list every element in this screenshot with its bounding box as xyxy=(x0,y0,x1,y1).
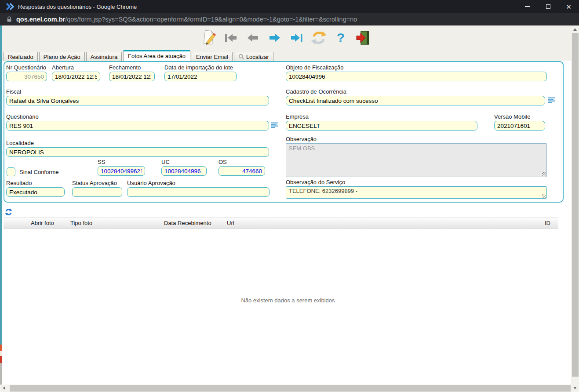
refresh-button[interactable] xyxy=(311,29,327,47)
previous-record-button[interactable] xyxy=(245,29,261,47)
empresa-label: Empresa xyxy=(286,113,477,120)
grid-refresh-icon xyxy=(5,208,12,216)
cadastro-ocorrencia-field[interactable] xyxy=(286,96,545,105)
localidade-field[interactable] xyxy=(6,147,269,157)
localidade-label: Localidade xyxy=(6,140,269,146)
questionnaire-form-panel: Nr Questionário Abertura Fechamento Data… xyxy=(4,61,564,203)
tab-label: Realizado xyxy=(8,54,33,60)
data-importacao-field[interactable] xyxy=(164,72,237,81)
observacao-field[interactable]: SEM OBS xyxy=(286,143,547,177)
next-record-icon xyxy=(269,33,280,42)
observacao-servico-label: Observação do Serviço xyxy=(286,179,547,185)
resultado-label: Resultado xyxy=(6,180,65,186)
photos-table-header: Abrir foto Tipo foto Data Recebimento Ur… xyxy=(4,218,558,229)
tab-label: Plano de Ação xyxy=(44,54,80,60)
last-record-icon xyxy=(291,33,303,42)
questionario-label: Questionário xyxy=(6,113,269,120)
first-record-button[interactable] xyxy=(223,29,239,47)
edit-record-button[interactable] xyxy=(201,29,217,47)
tab-label: Enviar Email xyxy=(196,54,228,60)
os-label: OS xyxy=(218,159,265,165)
nr-questionario-field[interactable] xyxy=(6,72,47,81)
tab-realizado[interactable]: Realizado xyxy=(4,52,38,61)
objeto-fiscalizacao-field[interactable] xyxy=(286,72,547,81)
abertura-field[interactable] xyxy=(52,72,100,81)
fechamento-field[interactable] xyxy=(109,72,155,81)
status-aprovacao-label: Status Aprovação xyxy=(72,180,122,186)
background-edge-segment xyxy=(0,345,2,351)
background-edge-segment xyxy=(0,356,2,363)
observacao-servico-field[interactable]: TELEFONE: 6232699899 - xyxy=(286,186,547,199)
page-content: ? Realizado Plano de Ação Assinatura Fot… xyxy=(0,25,579,392)
tab-label: Assinatura xyxy=(91,54,117,60)
tab-plano-de-acao[interactable]: Plano de Ação xyxy=(39,52,85,61)
ss-label: SS xyxy=(98,159,145,165)
column-header-data-recebimento[interactable]: Data Recebimento xyxy=(164,220,211,226)
record-toolbar: ? xyxy=(0,29,572,47)
grid-refresh-button[interactable] xyxy=(5,208,12,218)
tab-fotos-area-de-atuacao[interactable]: Fotos Area de atuação xyxy=(123,50,190,61)
questionario-field[interactable] xyxy=(6,121,269,131)
status-aprovacao-field[interactable] xyxy=(72,187,122,197)
data-importacao-label: Data de importação do lote xyxy=(164,64,237,71)
versao-mobile-label: Versão Mobile xyxy=(494,113,545,120)
horizontal-scrollbar-thumb[interactable] xyxy=(10,385,571,392)
address-bar[interactable]: qos.enel.com.br/qos/form.jsp?sys=SQS&act… xyxy=(0,13,579,25)
maximize-icon xyxy=(546,4,550,9)
tab-label: Localizar xyxy=(246,54,269,60)
exit-button[interactable] xyxy=(355,29,371,47)
fechamento-label: Fechamento xyxy=(109,64,155,71)
column-header-url[interactable]: Url xyxy=(227,220,234,226)
empty-table-message: Não existem dados a serem exibidos xyxy=(0,297,576,304)
column-header-id[interactable]: ID xyxy=(545,220,550,226)
tab-assinatura[interactable]: Assinatura xyxy=(86,52,122,61)
exit-door-icon xyxy=(355,30,370,45)
edit-document-icon xyxy=(201,29,216,46)
tab-localizar[interactable]: Localizar xyxy=(234,52,273,61)
background-edge-segment xyxy=(0,351,2,356)
empresa-field[interactable] xyxy=(286,121,477,131)
url-domain: qos.enel.com.br xyxy=(16,16,65,23)
help-button[interactable]: ? xyxy=(333,29,349,47)
uc-field[interactable] xyxy=(161,166,207,176)
maximize-button[interactable] xyxy=(538,0,558,13)
sinal-conforme-label: Sinal Conforme xyxy=(19,169,59,175)
lock-icon[interactable] xyxy=(7,16,12,22)
abertura-label: Abertura xyxy=(52,64,100,71)
observacao-label: Observação xyxy=(286,136,547,142)
vertical-scrollbar-thumb[interactable] xyxy=(572,33,579,377)
ss-field[interactable] xyxy=(98,166,145,176)
cadastro-ocorrencia-lookup-icon[interactable] xyxy=(548,97,556,105)
column-header-tipo-foto[interactable]: Tipo foto xyxy=(70,220,92,226)
tab-bar: Realizado Plano de Ação Assinatura Fotos… xyxy=(4,50,275,61)
url-path: /qos/form.jsp?sys=SQS&action=openform&fo… xyxy=(65,16,357,23)
nr-questionario-label: Nr Questionário xyxy=(6,64,47,71)
close-icon: ✕ xyxy=(566,4,572,10)
cadastro-ocorrencia-label: Cadastro de Ocorrência xyxy=(286,88,545,95)
resultado-field[interactable] xyxy=(6,187,65,197)
background-window-edge xyxy=(0,25,2,392)
usuario-aprovacao-field[interactable] xyxy=(127,187,269,197)
first-record-icon xyxy=(225,33,237,42)
scroll-up-arrow[interactable] xyxy=(573,28,577,31)
vertical-scrollbar[interactable] xyxy=(572,25,579,392)
scroll-left-arrow[interactable] xyxy=(3,386,5,390)
minimize-button[interactable] xyxy=(517,0,538,13)
close-button[interactable]: ✕ xyxy=(558,0,579,13)
horizontal-scrollbar[interactable] xyxy=(0,385,572,392)
next-record-button[interactable] xyxy=(267,29,283,47)
os-field[interactable] xyxy=(218,166,265,176)
window-title: Respostas dos questionários - Google Chr… xyxy=(18,4,137,10)
fiscal-label: Fiscal xyxy=(6,88,269,95)
fiscal-field[interactable] xyxy=(6,96,269,105)
scroll-down-arrow[interactable] xyxy=(573,387,577,389)
versao-mobile-field[interactable] xyxy=(494,121,545,131)
tab-enviar-email[interactable]: Enviar Email xyxy=(192,52,233,61)
column-header-abrir-foto[interactable]: Abrir foto xyxy=(31,220,54,226)
last-record-button[interactable] xyxy=(289,29,305,47)
usuario-aprovacao-label: Usuário Aprovação xyxy=(127,180,269,186)
objeto-fiscalizacao-label: Objeto de Fiscalização xyxy=(286,64,547,71)
magnifier-icon xyxy=(238,54,244,60)
questionario-lookup-icon[interactable] xyxy=(271,122,279,130)
sinal-conforme-checkbox[interactable] xyxy=(7,167,15,176)
